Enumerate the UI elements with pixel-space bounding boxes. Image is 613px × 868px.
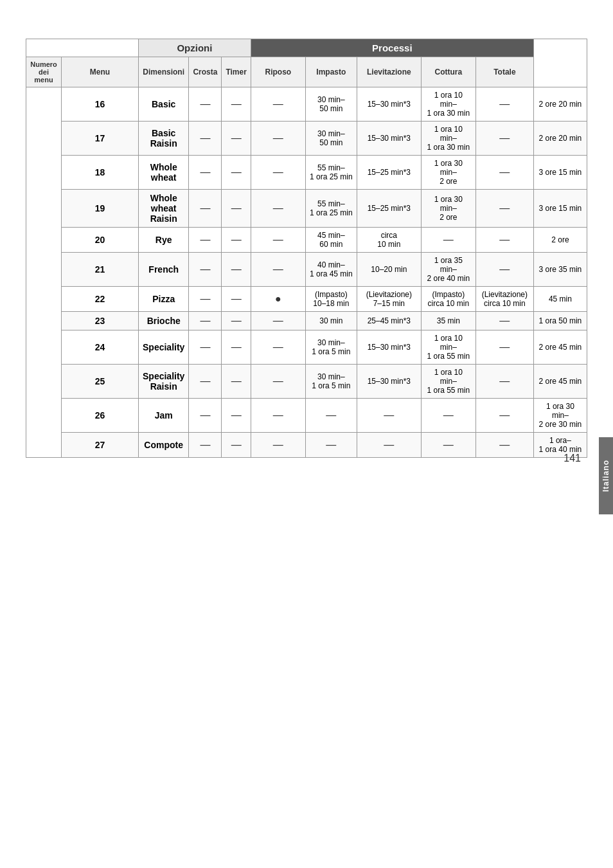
row-timer: — (251, 87, 305, 122)
row-timer: — (251, 365, 305, 399)
row-impasto: circa10 min (357, 228, 421, 253)
row-dimensioni: — (189, 190, 222, 228)
row-cottura: (Lievitazione)circa 10 min (475, 287, 533, 312)
page-container: Opzioni Processi Numero dei menu Menu Di… (0, 0, 613, 484)
row-crosta: — (222, 253, 251, 287)
row-impasto: 15–30 min*3 (357, 365, 421, 399)
row-crosta: — (222, 330, 251, 365)
row-lievitazione: 1 ora 35 min–2 ore 40 min (421, 253, 475, 287)
row-impasto: — (357, 433, 421, 458)
row-impasto: 15–30 min*3 (357, 330, 421, 365)
row-menu: SpecialityRaisin (139, 365, 189, 399)
row-lievitazione: 1 ora 10 min–1 ora 55 min (421, 365, 475, 399)
row-menu: Whole wheat (139, 156, 189, 190)
row-dimensioni: — (189, 87, 222, 122)
row-totale: 3 ore 15 min (533, 156, 587, 190)
row-riposo: 55 min–1 ora 25 min (305, 156, 357, 190)
row-totale: 2 ore 45 min (533, 330, 587, 365)
row-menu: Whole wheatRaisin (139, 190, 189, 228)
row-dimensioni: — (189, 365, 222, 399)
row-riposo: 30 min–1 ora 5 min (305, 330, 357, 365)
row-riposo: 40 min–1 ora 45 min (305, 253, 357, 287)
row-number: 27 (62, 433, 139, 458)
row-cottura: — (475, 312, 533, 330)
row-dimensioni: — (189, 433, 222, 458)
row-totale: 2 ore 20 min (533, 87, 587, 122)
row-cottura: — (475, 330, 533, 365)
row-number: 21 (62, 253, 139, 287)
row-dimensioni: — (189, 156, 222, 190)
row-crosta: — (222, 312, 251, 330)
sidebar-impasto: Impasto (26, 87, 62, 458)
row-lievitazione: 35 min (421, 312, 475, 330)
row-riposo: 30 min–1 ora 5 min (305, 365, 357, 399)
row-menu: French (139, 253, 189, 287)
row-dimensioni: — (189, 312, 222, 330)
row-riposo: 55 min–1 ora 25 min (305, 190, 357, 228)
row-timer: — (251, 312, 305, 330)
table-row: 21French———40 min–1 ora 45 min10–20 min1… (26, 253, 587, 287)
row-number: 19 (62, 190, 139, 228)
row-crosta: — (222, 122, 251, 156)
row-riposo: 30 min (305, 312, 357, 330)
row-number: 22 (62, 287, 139, 312)
row-menu: Rye (139, 228, 189, 253)
row-crosta: — (222, 433, 251, 458)
row-lievitazione: 1 ora 10 min–1 ora 55 min (421, 330, 475, 365)
col-header-numero: Numero dei menu (26, 57, 62, 87)
table-row: 23Brioche———30 min25–45 min*335 min—1 or… (26, 312, 587, 330)
row-number: 25 (62, 365, 139, 399)
row-totale: 3 ore 35 min (533, 253, 587, 287)
header-opzioni: Opzioni (139, 39, 251, 57)
row-cottura: — (475, 433, 533, 458)
col-header-lievitazione: Lievitazione (357, 57, 421, 87)
header-processi: Processi (251, 39, 533, 57)
row-number: 17 (62, 122, 139, 156)
row-cottura: — (475, 399, 533, 433)
row-totale: 2 ore 45 min (533, 365, 587, 399)
table-row: 17Basic Raisin———30 min–50 min15–30 min*… (26, 122, 587, 156)
col-header-cottura: Cottura (421, 57, 475, 87)
row-menu: Brioche (139, 312, 189, 330)
row-dimensioni: — (189, 228, 222, 253)
row-totale: 1 ora 50 min (533, 312, 587, 330)
row-menu: Speciality (139, 330, 189, 365)
row-timer: — (251, 122, 305, 156)
col-header-totale: Totale (475, 57, 533, 87)
row-impasto: 15–25 min*3 (357, 190, 421, 228)
col-header-riposo: Riposo (251, 57, 305, 87)
row-cottura: — (475, 190, 533, 228)
row-totale: 3 ore 15 min (533, 190, 587, 228)
row-number: 24 (62, 330, 139, 365)
italiano-sidebar: Italiano (599, 437, 613, 514)
row-lievitazione: 1 ora 30 min–2 ore (421, 190, 475, 228)
row-timer: — (251, 156, 305, 190)
row-number: 20 (62, 228, 139, 253)
row-cottura: — (475, 156, 533, 190)
row-number: 26 (62, 399, 139, 433)
row-riposo: — (305, 433, 357, 458)
row-crosta: — (222, 87, 251, 122)
row-timer: — (251, 433, 305, 458)
row-dimensioni: — (189, 330, 222, 365)
row-timer: ● (251, 287, 305, 312)
row-timer: — (251, 228, 305, 253)
row-cottura: — (475, 87, 533, 122)
row-number: 23 (62, 312, 139, 330)
row-cottura: — (475, 122, 533, 156)
row-impasto: 15–30 min*3 (357, 87, 421, 122)
row-impasto: 15–25 min*3 (357, 156, 421, 190)
row-riposo: (Impasto)10–18 min (305, 287, 357, 312)
page-number: 141 (564, 453, 581, 464)
table-row: 19Whole wheatRaisin———55 min–1 ora 25 mi… (26, 190, 587, 228)
row-riposo: 45 min–60 min (305, 228, 357, 253)
col-header-timer: Timer (222, 57, 251, 87)
row-menu: Pizza (139, 287, 189, 312)
row-timer: — (251, 399, 305, 433)
row-cottura: — (475, 365, 533, 399)
row-dimensioni: — (189, 287, 222, 312)
table-row: 27Compote———————1 ora–1 ora 40 min (26, 433, 587, 458)
row-lievitazione: — (421, 433, 475, 458)
row-totale: 2 ore 20 min (533, 122, 587, 156)
row-dimensioni: — (189, 399, 222, 433)
